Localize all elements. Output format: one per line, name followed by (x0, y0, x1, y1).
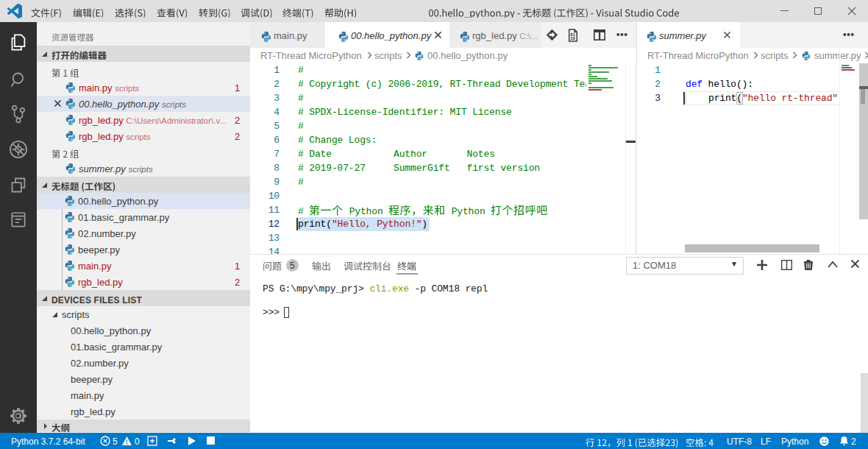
svg-text:10: 10 (570, 36, 575, 40)
